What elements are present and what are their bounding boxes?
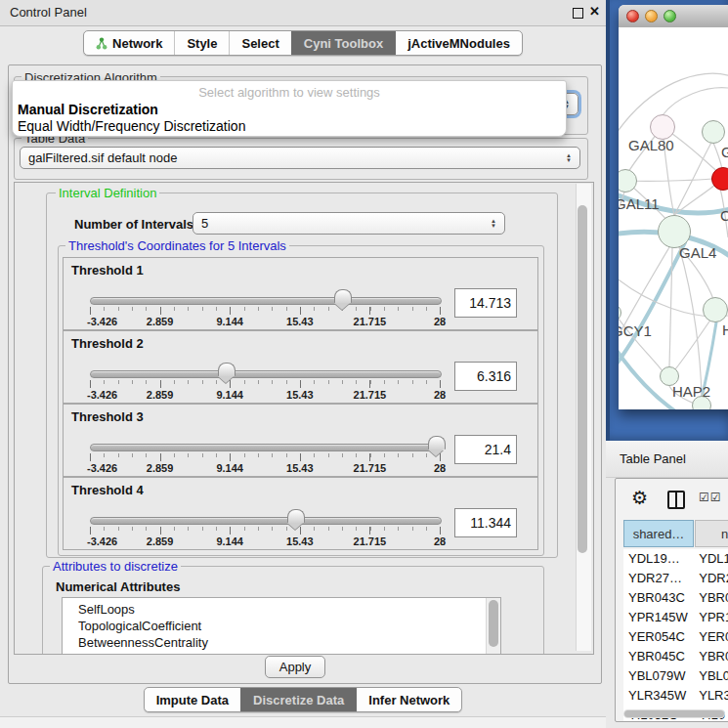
- threshold-3-slider-track[interactable]: [90, 444, 442, 451]
- table-row[interactable]: YPR145WYPR1: [623, 608, 728, 627]
- tab-impute-data[interactable]: Impute Data: [145, 688, 240, 711]
- app-window: Control Panel ✕ Network Style Select: [0, 0, 728, 728]
- network-window-titlebar[interactable]: [619, 5, 728, 28]
- column-header-name[interactable]: na: [695, 520, 728, 547]
- threshold-2-label: Threshold 2: [71, 336, 144, 351]
- list-item[interactable]: BetweennessCentrality: [63, 634, 500, 651]
- column-header-shared[interactable]: shared…: [623, 520, 694, 547]
- tab-infer-network[interactable]: Infer Network: [356, 688, 461, 711]
- slider-major-ticks: [90, 527, 440, 535]
- threshold-1-label: Threshold 1: [71, 263, 144, 278]
- num-intervals-label: Number of Intervals: [74, 217, 193, 232]
- table-row[interactable]: YBR043CYBR0: [623, 588, 728, 608]
- threshold-4-slider-track[interactable]: [90, 517, 442, 525]
- list-item[interactable]: SelfLoops: [63, 601, 500, 618]
- node-label: G: [721, 144, 728, 160]
- node-label: GAL80: [628, 137, 674, 153]
- table-row[interactable]: YDL19…YDL1: [623, 549, 728, 569]
- zoom-traffic-light-icon[interactable]: [664, 10, 676, 22]
- table-header: shared… na: [616, 520, 728, 549]
- threshold-2-slider-thumb[interactable]: [218, 363, 236, 376]
- slider-tick-labels: -3.4262.8599.14415.4321.71528: [90, 389, 440, 401]
- table-panel-content: ⚙ ☑☑ shared… na YDL19…YDL1 YDR27…YDR2 YB…: [615, 478, 728, 722]
- table-panel-titlebar: Table Panel: [606, 441, 728, 478]
- dropdown-placeholder-option[interactable]: Select algorithm to view settings: [13, 85, 566, 100]
- threshold-2-panel: Threshold 2 -3.4262.8599.14415.4321.7152…: [63, 330, 538, 404]
- control-panel-titlebar: Control Panel ✕: [0, 0, 606, 26]
- panel-title: Control Panel: [10, 5, 87, 20]
- numerical-attributes-label: Numerical Attributes: [56, 579, 180, 594]
- table-body: YDL19…YDL1 YDR27…YDR2 YBR043CYBR0 YPR145…: [623, 549, 728, 721]
- node-label: GAL11: [619, 195, 660, 212]
- minimize-traffic-light-icon[interactable]: [645, 10, 658, 22]
- threshold-1-slider-thumb[interactable]: [334, 289, 352, 303]
- threshold-4-slider-thumb[interactable]: [287, 509, 305, 523]
- interval-definition-title: Interval Definition: [56, 186, 159, 200]
- gear-icon[interactable]: ⚙: [631, 487, 648, 509]
- bottom-tab-strip: Impute Data Discretize Data Infer Networ…: [0, 687, 606, 712]
- threshold-1-panel: Threshold 1 -3.4262.8599.14415.4321.7152…: [63, 257, 538, 330]
- threshold-1-slider-track[interactable]: [90, 297, 442, 305]
- network-node[interactable]: [702, 120, 725, 144]
- threshold-3-slider-thumb[interactable]: [428, 436, 446, 450]
- node-label: GCY1: [619, 322, 652, 339]
- table-toolbar: ⚙ ☑☑: [616, 479, 728, 520]
- tab-discretize-data[interactable]: Discretize Data: [240, 688, 356, 711]
- control-panel: Control Panel ✕ Network Style Select: [0, 0, 606, 728]
- threshold-1-value-field[interactable]: 14.713: [454, 288, 517, 318]
- panel-scrollbar-thumb[interactable]: [578, 205, 587, 553]
- network-icon: [96, 37, 107, 50]
- horizontal-scrollbar-thumb[interactable]: [624, 710, 724, 717]
- slider-tick-labels: -3.4262.8599.14415.4321.71528: [90, 462, 440, 474]
- top-tab-strip: Network Style Select Cyni Toolbox jActiv…: [0, 30, 606, 56]
- table-panel-title: Table Panel: [620, 451, 686, 466]
- node-label: C: [720, 207, 728, 224]
- close-icon[interactable]: ✕: [589, 4, 600, 19]
- tab-cyni-toolbox[interactable]: Cyni Toolbox: [291, 31, 395, 55]
- table-row[interactable]: YDR27…YDR2: [623, 569, 728, 588]
- network-node[interactable]: [711, 167, 728, 191]
- split-columns-icon[interactable]: [667, 491, 685, 509]
- threshold-4-panel: Threshold 4 -3.4262.8599.14415.4321.7152…: [63, 477, 538, 550]
- network-node[interactable]: [703, 297, 728, 322]
- threshold-3-label: Threshold 3: [71, 409, 144, 424]
- tab-jactivemnodules[interactable]: jActiveMNodules: [395, 31, 522, 55]
- num-intervals-combobox[interactable]: 5 ▲▼: [193, 212, 505, 235]
- combo-spinner-icon: ▲▼: [566, 153, 572, 163]
- numerical-attributes-list: SelfLoops TopologicalCoefficient Between…: [62, 597, 501, 655]
- tab-select[interactable]: Select: [229, 31, 290, 55]
- thresholds-group-title: Threshold's Coordinates for 5 Intervals: [65, 238, 289, 253]
- apply-button[interactable]: Apply: [265, 656, 325, 678]
- checkbox-icons[interactable]: ☑☑: [699, 491, 722, 504]
- slider-major-ticks: [90, 380, 440, 389]
- table-row[interactable]: YLR345WYLR3: [623, 686, 728, 706]
- list-scrollbar[interactable]: [486, 598, 500, 655]
- threshold-2-slider-track[interactable]: [90, 370, 442, 378]
- dropdown-option-manual[interactable]: Manual Discretization: [18, 102, 158, 117]
- table-row[interactable]: YER054CYER0: [623, 627, 728, 647]
- threshold-4-value-field[interactable]: 11.344: [454, 508, 517, 537]
- threshold-4-label: Threshold 4: [71, 483, 144, 497]
- tab-style[interactable]: Style: [174, 31, 229, 55]
- close-traffic-light-icon[interactable]: [626, 10, 639, 22]
- list-item[interactable]: TopologicalCoefficient: [63, 618, 500, 634]
- panel-scrollbar[interactable]: [576, 184, 591, 651]
- combo-spinner-icon: ▲▼: [491, 219, 496, 229]
- node-label: GAL4: [679, 244, 716, 261]
- dropdown-option-equal-width[interactable]: Equal Width/Frequency Discretization: [18, 118, 245, 134]
- slider-major-ticks: [90, 307, 440, 316]
- table-data-combobox[interactable]: galFiltered.sif default node ▲▼: [20, 147, 580, 169]
- node-label: HAP2: [672, 383, 710, 400]
- horizontal-scrollbar[interactable]: [623, 709, 725, 718]
- slider-tick-labels: -3.4262.8599.14415.4321.71528: [90, 316, 440, 327]
- threshold-2-value-field[interactable]: 6.316: [454, 362, 517, 391]
- table-row[interactable]: YBL079WYBL0: [623, 666, 728, 686]
- attributes-group-title: Attributes to discretize: [50, 559, 181, 574]
- threshold-3-value-field[interactable]: 21.4: [454, 435, 517, 464]
- status-strip: [0, 716, 606, 728]
- network-node[interactable]: [658, 215, 691, 248]
- network-canvas[interactable]: GAL80 GAL11 GAL4 GCY1 HAP2 G C H: [619, 27, 728, 409]
- float-window-icon[interactable]: [573, 8, 583, 19]
- tab-network[interactable]: Network: [84, 31, 174, 55]
- table-row[interactable]: YBR045CYBR0: [623, 647, 728, 666]
